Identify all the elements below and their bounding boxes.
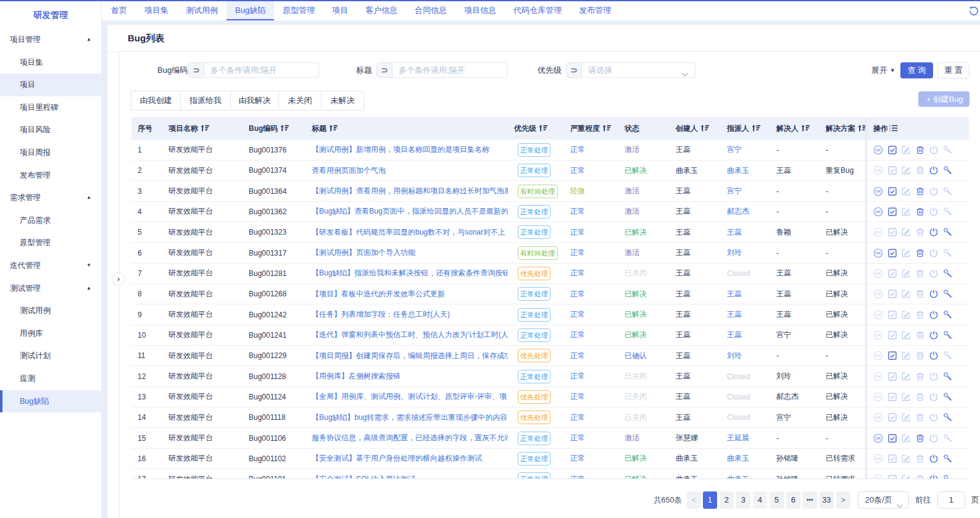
svg-text:OK: OK bbox=[876, 272, 882, 275]
svg-text:OK: OK bbox=[876, 169, 882, 173]
svg-text:OK: OK bbox=[876, 210, 882, 214]
svg-text:OK: OK bbox=[876, 313, 882, 317]
svg-text:OK: OK bbox=[876, 293, 882, 296]
svg-text:OK: OK bbox=[876, 148, 882, 152]
svg-text:OK: OK bbox=[876, 457, 882, 461]
svg-text:OK: OK bbox=[876, 231, 882, 235]
svg-text:OK: OK bbox=[876, 478, 882, 479]
svg-text:OK: OK bbox=[876, 251, 882, 255]
svg-text:OK: OK bbox=[876, 395, 882, 399]
svg-text:OK: OK bbox=[876, 375, 882, 378]
svg-text:OK: OK bbox=[876, 437, 882, 440]
svg-text:OK: OK bbox=[876, 354, 882, 358]
svg-text:OK: OK bbox=[876, 416, 882, 420]
svg-text:OK: OK bbox=[876, 190, 882, 193]
svg-text:OK: OK bbox=[876, 333, 882, 337]
